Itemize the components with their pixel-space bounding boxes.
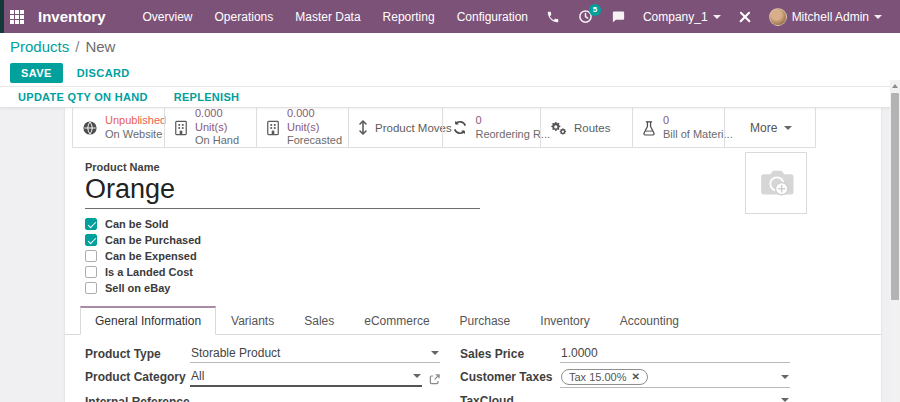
- checkbox-icon[interactable]: [85, 282, 97, 294]
- breadcrumb-separator: /: [75, 38, 79, 55]
- stat-button-more[interactable]: More: [724, 108, 816, 147]
- menu-item-configuration[interactable]: Configuration: [446, 0, 539, 33]
- remove-tag-icon[interactable]: ✕: [631, 370, 639, 384]
- customer-taxes-select[interactable]: Tax 15.00%✕: [560, 369, 790, 388]
- taxcloud-category-select[interactable]: [560, 393, 790, 402]
- checkbox-can-be-expensed[interactable]: Can be Expensed: [85, 250, 861, 262]
- update-qty-on-hand-button[interactable]: UPDATE QTY ON HAND: [18, 91, 148, 103]
- building-icon: [174, 120, 188, 136]
- stat-value: 0.000 Unit(s): [195, 107, 247, 135]
- checkbox-label: Sell on eBay: [105, 282, 170, 294]
- tab-inventory[interactable]: Inventory: [525, 307, 604, 335]
- tab-sales[interactable]: Sales: [289, 307, 349, 335]
- menu-item-master-data[interactable]: Master Data: [284, 0, 371, 33]
- tab-general-information[interactable]: General Information: [80, 306, 216, 335]
- chevron-down-icon: [713, 15, 721, 19]
- developer-tools-icon[interactable]: [732, 4, 758, 30]
- top-navbar: Inventory Overview Operations Master Dat…: [0, 0, 900, 33]
- user-name: Mitchell Admin: [792, 10, 869, 24]
- avatar: [769, 8, 787, 26]
- form-view: UnpublishedOn Website 0.000 Unit(s)On Ha…: [0, 108, 900, 402]
- stat-button-reordering-rules[interactable]: 0Reordering R...: [442, 108, 540, 147]
- notebook-tabs: General Information Variants Sales eComm…: [65, 305, 881, 335]
- globe-icon: [82, 120, 98, 136]
- phone-icon[interactable]: [540, 4, 566, 30]
- stat-label: Forecasted: [287, 134, 342, 148]
- checkbox-label: Can be Purchased: [105, 234, 201, 246]
- stat-label: Routes: [574, 122, 610, 134]
- product-header: Product Name Can be Sold Can be Purchase…: [65, 148, 881, 294]
- menu-item-overview[interactable]: Overview: [132, 0, 204, 33]
- checkbox-icon[interactable]: [85, 250, 97, 262]
- checkbox-can-be-purchased[interactable]: Can be Purchased: [85, 234, 861, 246]
- company-name: Company_1: [643, 10, 708, 24]
- menu-item-operations[interactable]: Operations: [204, 0, 285, 33]
- stat-button-on-hand[interactable]: 0.000 Unit(s)On Hand: [164, 108, 256, 147]
- product-type-select[interactable]: Storable Product: [190, 346, 440, 363]
- stat-button-bill-of-materials[interactable]: 0Bill of Materi...: [632, 108, 724, 147]
- stat-button-forecasted[interactable]: 0.000 Unit(s)Forecasted: [256, 108, 348, 147]
- checkbox-is-a-landed-cost[interactable]: Is a Landed Cost: [85, 266, 861, 278]
- checkbox-can-be-sold[interactable]: Can be Sold: [85, 218, 861, 230]
- record-actions: SAVE DISCARD: [0, 59, 900, 86]
- checkbox-label: Can be Sold: [105, 218, 169, 230]
- field-value: All: [191, 369, 409, 383]
- field-taxcloud-category: TaxCloud Category: [460, 393, 790, 402]
- tab-accounting[interactable]: Accounting: [605, 307, 694, 335]
- stat-value: 0.000 Unit(s): [287, 107, 342, 135]
- checkbox-icon[interactable]: [85, 266, 97, 278]
- building-icon: [266, 120, 280, 136]
- stat-label: On Website: [105, 128, 166, 142]
- camera-plus-icon: [755, 162, 797, 204]
- chevron-down-icon: [431, 351, 439, 355]
- field-internal-reference: Internal Reference: [85, 394, 440, 402]
- breadcrumb-products-link[interactable]: Products: [10, 38, 69, 55]
- stat-button-website[interactable]: UnpublishedOn Website: [72, 108, 164, 147]
- vertical-scrollbar[interactable]: [890, 80, 900, 402]
- checkbox-sell-on-ebay[interactable]: Sell on eBay: [85, 282, 861, 294]
- scroll-up-icon[interactable]: [892, 84, 898, 88]
- screen-edge-strip: [0, 0, 4, 33]
- product-image-upload[interactable]: [745, 152, 807, 214]
- save-button[interactable]: SAVE: [10, 63, 63, 83]
- apps-grid-icon[interactable]: [10, 10, 24, 24]
- activity-badge: 5: [589, 4, 601, 16]
- scrollbar-thumb[interactable]: [891, 93, 899, 300]
- form-sheet: UnpublishedOn Website 0.000 Unit(s)On Ha…: [65, 108, 881, 402]
- app-title: Inventory: [38, 8, 106, 25]
- stat-button-product-moves[interactable]: Product Moves: [348, 108, 442, 147]
- menu-item-reporting[interactable]: Reporting: [372, 0, 446, 33]
- replenish-button[interactable]: REPLENISH: [174, 91, 240, 103]
- stat-button-box: UnpublishedOn Website 0.000 Unit(s)On Ha…: [72, 108, 816, 148]
- general-information-panel: Product Type Storable Product Product Ca…: [65, 335, 881, 402]
- company-switcher[interactable]: Company_1: [639, 10, 725, 24]
- chevron-down-icon: [781, 375, 789, 379]
- field-value: Storable Product: [191, 346, 427, 360]
- stat-label: On Hand: [195, 134, 247, 148]
- messages-icon[interactable]: [606, 4, 632, 30]
- checkbox-icon[interactable]: [85, 234, 97, 246]
- stat-value: 0: [475, 114, 550, 128]
- field-product-category: Product Category All: [85, 369, 440, 389]
- tab-purchase[interactable]: Purchase: [445, 307, 526, 335]
- more-label: More: [750, 121, 777, 135]
- activity-clock-icon[interactable]: 5: [573, 4, 599, 30]
- main-menu: Overview Operations Master Data Reportin…: [132, 0, 540, 33]
- arrows-vertical-icon: [358, 119, 368, 136]
- product-name-input[interactable]: [85, 173, 480, 209]
- user-menu[interactable]: Mitchell Admin: [765, 8, 886, 26]
- stat-button-routes[interactable]: Routes: [540, 108, 632, 147]
- internal-reference-input[interactable]: [190, 394, 440, 402]
- field-sales-price: Sales Price 1.0000: [460, 346, 790, 364]
- external-link-icon[interactable]: [429, 371, 440, 389]
- field-label: Sales Price: [460, 346, 560, 361]
- product-category-select[interactable]: All: [190, 369, 422, 387]
- sales-price-input[interactable]: 1.0000: [560, 346, 790, 363]
- checkbox-icon[interactable]: [85, 218, 97, 230]
- tab-ecommerce[interactable]: eCommerce: [349, 307, 444, 335]
- field-value: 1.0000: [561, 346, 789, 360]
- refresh-icon: [452, 120, 468, 135]
- tab-variants[interactable]: Variants: [216, 307, 289, 335]
- tax-tag[interactable]: Tax 15.00%✕: [561, 369, 648, 385]
- discard-button[interactable]: DISCARD: [67, 63, 140, 83]
